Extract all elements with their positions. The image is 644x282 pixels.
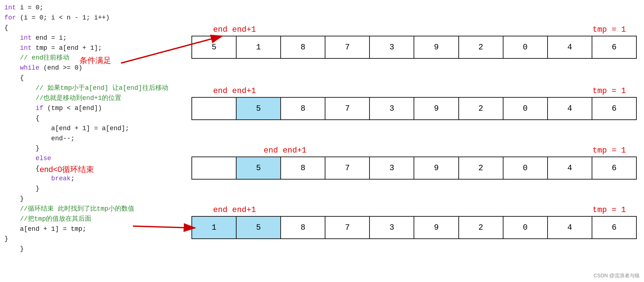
code-token: // 如果tmp小于a[end] 让a[end]往后移动: [4, 84, 168, 92]
code-line: else: [4, 154, 183, 164]
code-token: //也就是移动到end+1的位置: [4, 94, 121, 102]
code-token: i = 0;: [16, 4, 43, 11]
array-cell: 8: [281, 98, 325, 119]
array-cell: [192, 157, 237, 179]
code-line: //把tmp的值放在其后面: [4, 214, 183, 224]
code-line: if (tmp < a[end]): [4, 103, 183, 114]
code-line: }: [4, 184, 183, 194]
code-token: [4, 34, 20, 41]
array-cell: 3: [370, 217, 414, 238]
code-line: }: [4, 234, 183, 244]
code-line: {: [4, 114, 183, 124]
array-cell: 3: [370, 157, 414, 179]
array-label-right: tmp = 1: [593, 146, 626, 155]
code-token: a[end + 1] = tmp;: [4, 225, 86, 233]
code-panel: int i = 0;for (i = 0; i < n - 1; i++){ i…: [0, 0, 188, 282]
array-cell: 1: [237, 36, 281, 58]
code-line: {: [4, 164, 183, 174]
code-token: ;: [71, 175, 75, 182]
code-token: a[end + 1] = a[end];: [4, 125, 129, 132]
code-token: (tmp < a[end]): [43, 105, 102, 112]
array-labels: end end+1tmp = 1: [191, 146, 637, 155]
watermark: CSDN @流浪者与狼: [593, 273, 640, 279]
code-line: for (i = 0; i < n - 1; i++): [4, 13, 183, 23]
code-line: }: [4, 144, 183, 154]
code-line: int end = i;: [4, 33, 183, 43]
code-token: {: [4, 74, 24, 81]
code-line: int i = 0;: [4, 3, 183, 13]
array-cell: 5: [237, 98, 281, 119]
array-cell: 9: [414, 36, 459, 58]
array-cell: 0: [503, 98, 548, 119]
code-line: {: [4, 73, 183, 83]
code-token: (i = 0; i < n - 1; i++): [16, 14, 109, 21]
code-token: else: [35, 155, 51, 162]
code-token: int: [20, 44, 31, 52]
code-token: (end >= 0): [39, 64, 82, 71]
array-cell: 8: [281, 36, 325, 58]
code-token: while: [20, 64, 39, 71]
array-cell: 5: [237, 217, 281, 238]
code-token: }: [4, 145, 39, 152]
array-labels: end end+1tmp = 1: [191, 206, 637, 215]
code-line: int tmp = a[end + 1];: [4, 43, 183, 53]
code-line: a[end + 1] = tmp;: [4, 224, 183, 234]
code-token: [4, 105, 35, 112]
code-line: //循环结束 此时找到了比tmp小的数值: [4, 204, 183, 214]
array-section-arr2: end end+1tmp = 1587392046: [191, 87, 637, 120]
code-token: int: [4, 4, 16, 11]
code-line: end--;: [4, 134, 183, 144]
array-cell: 4: [548, 157, 592, 179]
code-line: // 如果tmp小于a[end] 让a[end]往后移动: [4, 83, 183, 93]
array-row: 1587392046: [191, 216, 637, 239]
code-token: //循环结束 此时找到了比tmp小的数值: [4, 205, 134, 212]
code-token: for: [4, 14, 16, 21]
annotation: 条件满足: [79, 55, 111, 66]
array-row: 587392046: [191, 97, 637, 120]
array-label-left: end end+1: [213, 87, 256, 96]
array-cell: 4: [548, 36, 592, 58]
annotation: end<0循环结束: [40, 164, 94, 175]
array-cell: 3: [370, 98, 414, 119]
code-token: [4, 155, 35, 162]
code-token: }: [4, 185, 39, 192]
code-token: end--;: [4, 135, 74, 142]
code-line: {: [4, 23, 183, 33]
code-token: //把tmp的值放在其后面: [4, 215, 91, 222]
array-label-right: tmp = 1: [593, 25, 626, 34]
code-line: }: [4, 244, 183, 254]
code-token: [4, 64, 20, 71]
code-token: }: [4, 195, 24, 202]
array-label-right: tmp = 1: [593, 206, 626, 215]
code-token: [4, 175, 51, 182]
array-cell: 4: [548, 98, 592, 119]
array-labels: end end+1tmp = 1: [191, 87, 637, 96]
viz-panel: end end+1tmp = 15187392046end end+1tmp =…: [191, 0, 644, 282]
array-cell: 5: [192, 36, 237, 58]
array-label-right: tmp = 1: [593, 87, 626, 96]
code-line: a[end + 1] = a[end];: [4, 124, 183, 134]
array-cell: 0: [503, 217, 548, 238]
array-cell: 2: [459, 157, 503, 179]
code-token: {: [4, 24, 8, 31]
array-cell: 6: [592, 36, 636, 58]
array-cell: 9: [414, 98, 459, 119]
array-cell: 7: [325, 98, 370, 119]
array-section-arr3: end end+1tmp = 1587392046: [191, 146, 637, 180]
code-token: if: [35, 105, 43, 112]
array-cell: 3: [370, 36, 414, 58]
code-token: end = i;: [32, 34, 67, 41]
array-cell: 1: [192, 217, 237, 238]
array-cell: 7: [325, 157, 370, 179]
code-line: //也就是移动到end+1的位置: [4, 93, 183, 103]
array-label-left: end end+1: [213, 206, 256, 215]
array-cell: 9: [414, 217, 459, 238]
array-cell: 4: [548, 217, 592, 238]
array-cell: 2: [459, 36, 503, 58]
array-cell: 8: [281, 217, 325, 238]
array-cell: [192, 98, 237, 119]
code-token: {: [4, 165, 39, 172]
array-cell: 0: [503, 157, 548, 179]
code-token: }: [4, 235, 8, 242]
array-cell: 7: [325, 217, 370, 238]
